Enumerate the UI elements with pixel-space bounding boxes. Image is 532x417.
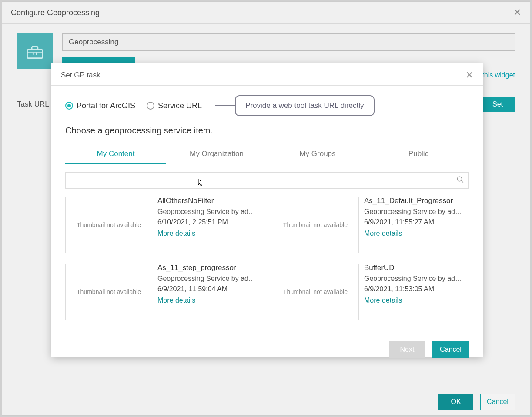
content-tabs: My Content My Organization My Groups Pub…: [65, 145, 469, 164]
close-icon[interactable]: ✕: [513, 7, 521, 18]
tab-my-content[interactable]: My Content: [65, 145, 166, 164]
item-subtitle: Geoprocessing Service by ad…: [157, 275, 260, 283]
card-meta: AllOthersNoFilter Geoprocessing Service …: [157, 197, 260, 253]
modal-header: Set GP task ✕: [51, 63, 483, 86]
configure-header: Configure Geoprocessing ✕: [2, 2, 530, 24]
configure-title: Configure Geoprocessing: [11, 8, 100, 17]
item-title: AllOthersNoFilter: [157, 197, 260, 205]
widget-name-input[interactable]: [62, 33, 515, 51]
card-meta: As_11_step_progressor Geoprocessing Serv…: [157, 264, 260, 320]
result-card: Thumbnail not available As_11_step_progr…: [65, 264, 260, 320]
search-input[interactable]: [70, 177, 456, 184]
radio-icon: [65, 102, 73, 110]
source-radio-row: Portal for ArcGIS Service URL Provide a …: [65, 95, 469, 116]
ok-button[interactable]: OK: [438, 394, 473, 410]
toolbox-icon: [25, 41, 45, 61]
cancel-button[interactable]: Cancel: [432, 341, 469, 358]
item-date: 6/9/2021, 11:59:04 AM: [157, 285, 260, 293]
more-details-link[interactable]: More details: [157, 230, 260, 237]
configure-footer: OK Cancel: [438, 394, 515, 410]
result-card: Thumbnail not available BufferUD Geoproc…: [272, 264, 466, 320]
thumbnail[interactable]: Thumbnail not available: [272, 264, 359, 320]
set-button[interactable]: Set: [480, 97, 515, 112]
callout-tail: [215, 105, 236, 106]
item-date: 6/10/2021, 2:25:51 PM: [157, 218, 260, 226]
svg-rect-0: [27, 50, 43, 58]
item-title: As_11_Default_Progressor: [364, 197, 466, 205]
item-date: 6/9/2021, 11:53:05 AM: [364, 285, 466, 293]
item-title: BufferUD: [364, 264, 466, 272]
service-url-callout: Provide a web tool task URL directly: [235, 95, 374, 116]
result-card: Thumbnail not available AllOthersNoFilte…: [65, 197, 260, 253]
service-url-radio-label: Service URL: [158, 101, 202, 110]
thumbnail[interactable]: Thumbnail not available: [65, 197, 152, 253]
widget-icon-preview: [17, 33, 53, 69]
cancel-button[interactable]: Cancel: [480, 394, 515, 410]
card-meta: As_11_Default_Progressor Geoprocessing S…: [364, 197, 466, 253]
radio-icon: [147, 102, 154, 110]
svg-line-2: [461, 180, 463, 183]
item-subtitle: Geoprocessing Service by ad…: [364, 275, 466, 283]
svg-point-1: [457, 177, 462, 181]
modal-footer: Next Cancel: [51, 335, 483, 367]
search-icon[interactable]: [456, 176, 464, 185]
search-row: [65, 172, 469, 189]
thumbnail[interactable]: Thumbnail not available: [65, 264, 152, 320]
tab-my-organization[interactable]: My Organization: [166, 145, 267, 164]
service-url-radio[interactable]: Service URL: [147, 101, 202, 110]
more-details-link[interactable]: More details: [364, 230, 466, 237]
callout-text: Provide a web tool task URL directly: [245, 101, 364, 110]
modal-title: Set GP task: [61, 71, 100, 80]
results-grid: Thumbnail not available AllOthersNoFilte…: [65, 197, 466, 320]
card-meta: BufferUD Geoprocessing Service by ad… 6/…: [364, 264, 466, 320]
result-card: Thumbnail not available As_11_Default_Pr…: [272, 197, 466, 253]
item-subtitle: Geoprocessing Service by ad…: [364, 208, 466, 216]
set-gp-task-modal: Set GP task ✕ Portal for ArcGIS Service …: [51, 63, 483, 357]
portal-radio-label: Portal for ArcGIS: [77, 101, 135, 110]
next-button[interactable]: Next: [389, 341, 425, 358]
tab-public[interactable]: Public: [368, 145, 469, 164]
item-title: As_11_step_progressor: [157, 264, 260, 272]
portal-radio[interactable]: Portal for ArcGIS: [65, 101, 135, 110]
modal-body: Portal for ArcGIS Service URL Provide a …: [51, 86, 483, 335]
thumbnail[interactable]: Thumbnail not available: [272, 197, 359, 253]
close-icon[interactable]: ✕: [465, 70, 473, 81]
item-date: 6/9/2021, 11:55:27 AM: [364, 218, 466, 226]
tab-my-groups[interactable]: My Groups: [267, 145, 368, 164]
more-details-link[interactable]: More details: [157, 297, 260, 304]
item-subtitle: Geoprocessing Service by ad…: [157, 208, 260, 216]
choose-item-subtitle: Choose a geoprocessing service item.: [65, 126, 469, 136]
more-details-link[interactable]: More details: [364, 297, 466, 304]
results-scroll[interactable]: Thumbnail not available AllOthersNoFilte…: [65, 197, 469, 335]
